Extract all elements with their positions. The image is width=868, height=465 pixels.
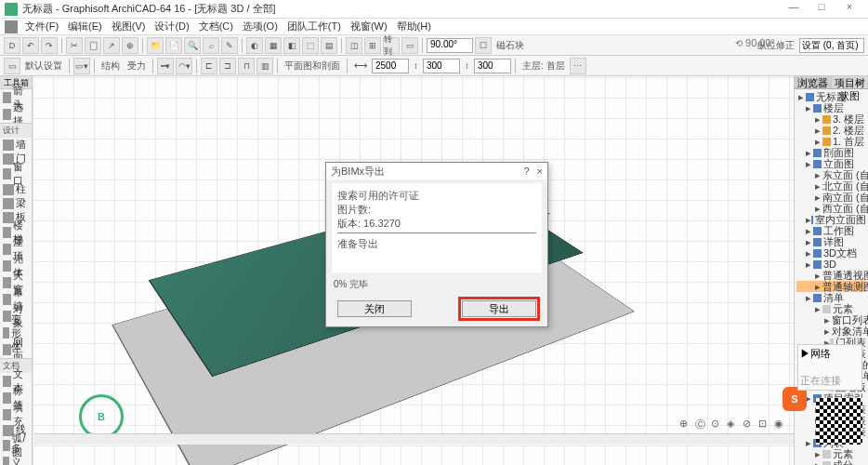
menu-item[interactable]: 文件(F) (20, 20, 63, 32)
minimize-button[interactable]: — (780, 1, 808, 18)
coord-dropdown[interactable]: 设置 (0, 首页) (799, 38, 864, 53)
angle-input[interactable]: 90.00° (427, 38, 473, 53)
wall-tool[interactable]: 墙 (0, 138, 32, 152)
menu-item[interactable]: 视窗(W) (346, 20, 392, 32)
select-tool-icon[interactable]: ▭ (4, 58, 20, 74)
project-tree-tab[interactable]: 项目树状图 (832, 76, 869, 88)
status-icon[interactable]: ⊕ (678, 417, 691, 430)
view-mode-label[interactable]: 平面图和剖面 (282, 60, 343, 73)
height-input[interactable] (423, 59, 460, 73)
tree-node[interactable]: ▸成分 (796, 459, 866, 465)
height2-input[interactable] (474, 59, 511, 73)
dialog-help-button[interactable]: ? (523, 166, 529, 177)
toolbar-button[interactable]: ◧ (283, 37, 300, 54)
toolbar-button[interactable]: 🔍 (184, 37, 201, 54)
toolbar-button[interactable]: ✂ (66, 37, 83, 54)
dialog-progress-text: 0% 完毕 (326, 274, 547, 295)
more-icon[interactable]: ⋯ (570, 58, 586, 74)
maximize-button[interactable]: □ (808, 1, 835, 18)
width-input[interactable] (372, 59, 409, 73)
app-icon (5, 3, 18, 16)
menu-item[interactable]: 设计(D) (150, 20, 193, 32)
tree-node[interactable]: ▸元素 (796, 448, 866, 459)
toolbar-button[interactable]: ▦ (265, 37, 282, 54)
endcap-icon[interactable]: ◠▾ (176, 58, 192, 74)
design-section[interactable]: 设计 (0, 123, 32, 138)
export-dialog: 为BIMx导出 ? × 搜索可用的许可证 图片数: 版本: 16.3270 准备… (325, 162, 548, 327)
toolbar-button[interactable]: D (4, 37, 20, 54)
toolbar-button[interactable]: ◫ (346, 37, 362, 54)
toolbar-button[interactable]: 📋 (85, 37, 101, 54)
marquee-tool[interactable]: 选择 (0, 106, 32, 123)
toolbar-button[interactable]: 转到 (383, 37, 400, 54)
dialog-export-btn[interactable]: 导出 (462, 300, 536, 317)
menu-item[interactable]: 编辑(E) (63, 20, 107, 32)
toolbar-button[interactable]: ⊞ (364, 37, 381, 54)
toolbar-button[interactable]: ⊕ (122, 37, 138, 54)
dialog-close-btn[interactable]: 关闭 (337, 300, 412, 317)
structure-icon[interactable]: 结构 (99, 60, 123, 73)
horizontal-scrollbar[interactable] (34, 433, 794, 445)
dialog-titlebar[interactable]: 为BIMx导出 ? × (326, 163, 547, 179)
qr-code (816, 398, 862, 445)
network-title[interactable]: ▶网络 (800, 347, 860, 361)
angle-readout: ⟲ 90.00° (735, 37, 775, 48)
dialog-msg3: 版本: 16.3270 (337, 217, 536, 231)
toolbar-button[interactable]: ↶ (22, 37, 39, 54)
toolbar-button[interactable]: ◐ (246, 37, 263, 54)
snap-checkbox[interactable]: ☐ (475, 37, 492, 54)
material-icon[interactable]: ▥ (256, 58, 273, 74)
toolbar-button[interactable]: ▤ (321, 37, 337, 54)
dialog-msg4: 准备导出 (337, 237, 536, 251)
floor-label[interactable]: 主层: 首层 (519, 60, 568, 73)
toolbar-button[interactable]: ⌕ (203, 37, 219, 54)
profile2-icon[interactable]: ⊐ (219, 58, 236, 74)
default-config-label[interactable]: 默认设置 (22, 60, 65, 73)
dialog-msg1: 搜索可用的许可证 (337, 189, 536, 203)
navigator-tab[interactable]: 浏览器 (795, 76, 832, 88)
toolbar-button[interactable]: ↗ (103, 37, 120, 54)
snap-label: 磁石块 (493, 39, 527, 52)
watermark-logo: B (79, 394, 124, 439)
status-icon[interactable]: ⊙ (710, 417, 723, 430)
menu-item[interactable]: 文档(C) (194, 20, 238, 32)
shape-dropdown-icon[interactable]: ▭▾ (73, 58, 90, 74)
beam-tool[interactable]: 梁 (0, 196, 32, 210)
toolbar-button[interactable]: ↷ (41, 37, 58, 54)
mesh-tool[interactable]: 网面 (0, 341, 32, 358)
tree-node[interactable]: ▸清单 (796, 292, 866, 303)
column-tool[interactable]: 柱 (0, 182, 32, 196)
menu-item[interactable]: 选项(O) (238, 20, 283, 32)
status-icon[interactable]: ⊡ (757, 417, 770, 430)
window-titlebar: 无标题 - Graphisoft ArchiCAD-64 16 - [无标题 3… (0, 0, 868, 19)
toolbar-button[interactable]: ▭ (401, 37, 418, 54)
profile-icon[interactable]: ⊏ (201, 58, 217, 74)
toolbox-panel: 工具箱 箭头 选择 设计 墙 门 窗口 柱 梁 板 楼梯 屋顶 壳体 天窗 幕墙… (0, 76, 33, 465)
status-icon[interactable]: ◈ (726, 417, 739, 430)
toolbar-button[interactable]: ✎ (221, 37, 238, 54)
line-style-icon[interactable]: ━▾ (157, 58, 174, 74)
window-tool[interactable]: 窗口 (0, 166, 32, 182)
status-icon[interactable]: Ⓒ (694, 417, 707, 430)
toolbar-button[interactable]: 📁 (147, 37, 164, 54)
dialog-body: 搜索可用的许可证 图片数: 版本: 16.3270 准备导出 (332, 183, 542, 272)
dialog-title-text: 为BIMx导出 (331, 165, 385, 179)
dialog-msg2: 图片数: (337, 203, 536, 217)
app-menu-icon[interactable] (5, 20, 18, 33)
tree-node[interactable]: ▸3D文档 (796, 247, 866, 259)
status-icon[interactable]: ◉ (773, 417, 786, 430)
polyline-tool[interactable]: 多义线 (0, 454, 32, 465)
toolbar-button[interactable]: ⬚ (302, 37, 319, 54)
menu-item[interactable]: 帮助(H) (392, 20, 436, 32)
toolbar-button[interactable]: 📄 (165, 37, 182, 54)
close-button[interactable]: × (835, 1, 863, 18)
fill-tool[interactable]: 填充 (0, 406, 32, 423)
menu-item[interactable]: 视图(V) (107, 20, 151, 32)
status-icons-right: ⊕Ⓒ⊙◈⊘⊡◉ (678, 417, 786, 430)
menu-item[interactable]: 团队工作(T) (283, 20, 346, 32)
dialog-close-button[interactable]: × (537, 166, 543, 177)
status-icon[interactable]: ⊘ (742, 417, 755, 430)
profile3-icon[interactable]: ⊓ (238, 58, 255, 74)
tension-label[interactable]: 受力 (125, 60, 149, 73)
network-text: 正在连接 (800, 374, 860, 388)
